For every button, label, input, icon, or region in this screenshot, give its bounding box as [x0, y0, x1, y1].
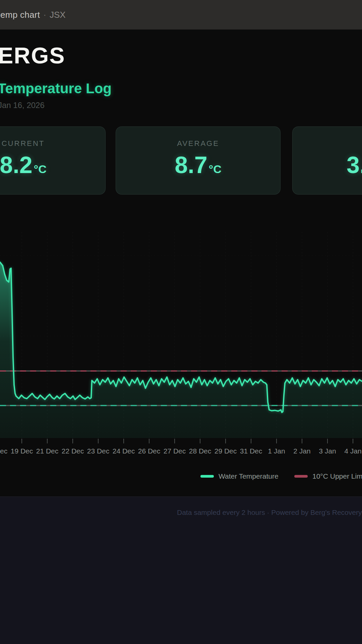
tab-title: emp chart — [0, 10, 40, 20]
footer-section — [0, 496, 362, 644]
x-tick-label: 29 Dec — [215, 447, 237, 455]
x-tick-label: 21 Dec — [36, 447, 59, 455]
legend-swatch-icon — [200, 475, 214, 478]
stat-card-label — [293, 139, 362, 148]
water-temperature-area — [0, 262, 362, 438]
stat-card-current: CURRENT8.2°C — [0, 126, 106, 195]
footer-note: Data sampled every 2 hours · Powered by … — [177, 508, 362, 517]
x-tick-label: 27 Dec — [164, 447, 186, 455]
x-tick-label: 23 Dec — [87, 447, 110, 455]
chart-canvas: 18 Dec19 Dec21 Dec22 Dec23 Dec24 Dec26 D… — [0, 207, 362, 458]
stat-value-unit: °C — [34, 163, 47, 175]
x-tick-label: 19 Dec — [11, 447, 33, 455]
chart-legend: Water Temperature10°C Upper Limit — [0, 472, 362, 486]
stat-card-value: 3. — [293, 153, 362, 183]
stat-cards-row: CURRENT8.2°CAVERAGE8.7°C3. — [0, 126, 362, 195]
top-tab-bar: emp chart · JSX — [0, 0, 362, 30]
x-tick-label: 26 Dec — [138, 447, 161, 455]
tab-separator: · — [43, 10, 46, 20]
x-tick-label: 1 Jan — [268, 447, 285, 455]
stat-value-number: 3. — [347, 152, 362, 178]
temperature-chart: 18 Dec19 Dec21 Dec22 Dec23 Dec24 Dec26 D… — [0, 207, 362, 458]
stat-card-value: 8.2°C — [0, 153, 105, 183]
stat-value-unit: °C — [209, 163, 222, 175]
artifact-tab[interactable]: emp chart · JSX — [0, 10, 66, 20]
stat-value-number: 8.7 — [175, 152, 207, 178]
legend-item: 10°C Upper Limit — [294, 472, 362, 480]
stat-card-label: AVERAGE — [116, 139, 280, 148]
x-tick-label: 28 Dec — [189, 447, 212, 455]
x-tick-label: 3 Jan — [319, 447, 336, 455]
x-tick-label: 22 Dec — [62, 447, 84, 455]
legend-label: Water Temperature — [219, 472, 279, 480]
legend-swatch-icon — [294, 475, 308, 478]
x-tick-label: 31 Dec — [240, 447, 262, 455]
legend-label: 10°C Upper Limit — [312, 472, 362, 480]
tab-type-badge: JSX — [50, 10, 66, 20]
stat-card-average: AVERAGE8.7°C — [116, 126, 281, 195]
stat-value-number: 8.2 — [0, 152, 33, 178]
stat-card-value: 8.7°C — [116, 153, 280, 183]
date-label: Jan 16, 2026 — [0, 101, 45, 110]
stat-card-label: CURRENT — [0, 139, 105, 148]
page-title: Temperature Log — [0, 80, 112, 97]
x-tick-label: 2 Jan — [293, 447, 310, 455]
legend-item: Water Temperature — [200, 472, 279, 480]
x-tick-label: 24 Dec — [113, 447, 135, 455]
x-tick-label: 18 Dec — [0, 447, 7, 455]
x-tick-label: 4 Jan — [344, 447, 361, 455]
brand-title: ERGS — [0, 42, 65, 68]
stat-card-clipped: 3. — [292, 126, 362, 195]
